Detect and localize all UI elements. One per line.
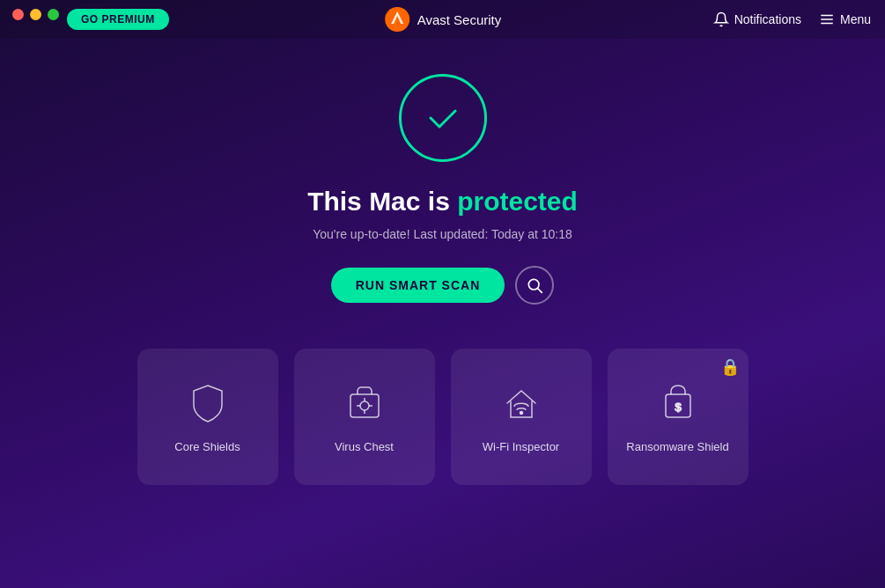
status-heading: This Mac is protected — [307, 187, 578, 217]
avast-logo-icon — [384, 6, 410, 33]
core-shields-icon — [185, 380, 231, 426]
status-word: protected — [457, 187, 578, 216]
menu-label: Menu — [840, 12, 871, 26]
main-content: This Mac is protected You're up-to-date!… — [0, 39, 885, 588]
notifications-button[interactable]: Notifications — [713, 11, 801, 27]
core-shields-card[interactable]: Core Shields — [137, 349, 278, 485]
status-subtitle: You're up-to-date! Last updated: Today a… — [313, 227, 572, 241]
app-title: Avast Security — [417, 12, 502, 27]
svg-line-5 — [538, 289, 542, 293]
ransomware-shield-card[interactable]: 🔒 $ Ransomware Shield — [608, 349, 749, 485]
premium-lock-icon: 🔒 — [720, 357, 740, 377]
action-buttons: RUN SMART SCAN — [331, 266, 555, 305]
go-premium-button[interactable]: GO PREMIUM — [67, 9, 169, 30]
search-button[interactable] — [515, 266, 554, 305]
hamburger-icon — [819, 11, 835, 27]
run-smart-scan-button[interactable]: RUN SMART SCAN — [331, 268, 505, 303]
svg-point-7 — [360, 401, 369, 410]
ransomware-shield-label: Ransomware Shield — [626, 440, 728, 453]
svg-text:$: $ — [675, 401, 682, 414]
virus-chest-icon — [342, 380, 387, 426]
wifi-inspector-label: Wi-Fi Inspector — [483, 440, 559, 453]
close-button[interactable] — [12, 9, 24, 20]
virus-chest-card[interactable]: Virus Chest — [294, 349, 435, 485]
menu-button[interactable]: Menu — [819, 11, 871, 27]
notifications-label: Notifications — [734, 12, 801, 26]
maximize-button[interactable] — [48, 9, 59, 20]
status-prefix: This Mac is — [307, 187, 457, 216]
virus-chest-label: Virus Chest — [335, 440, 394, 453]
core-shields-label: Core Shields — [174, 440, 240, 453]
traffic-lights — [12, 9, 59, 20]
protection-status-circle — [399, 74, 487, 162]
minimize-button[interactable] — [30, 9, 41, 20]
topbar-right: Notifications Menu — [713, 11, 871, 27]
feature-cards: Core Shields Virus Chest — [85, 349, 801, 485]
wifi-inspector-card[interactable]: Wi-Fi Inspector — [451, 349, 592, 485]
svg-point-12 — [520, 412, 522, 415]
search-icon — [526, 276, 543, 294]
topbar-center: Avast Security — [384, 6, 502, 33]
ransomware-shield-icon: $ — [655, 380, 701, 426]
bell-icon — [713, 11, 729, 27]
checkmark-icon — [424, 99, 462, 137]
topbar: GO PREMIUM Avast Security Notifications … — [0, 0, 885, 39]
wifi-inspector-icon — [498, 380, 544, 426]
svg-rect-6 — [350, 394, 379, 417]
